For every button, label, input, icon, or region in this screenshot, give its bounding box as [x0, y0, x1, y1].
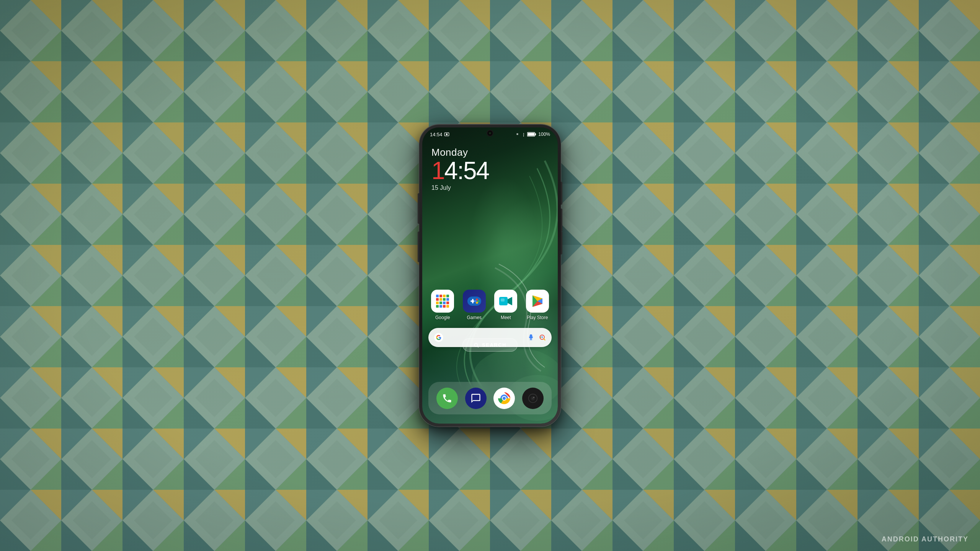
svg-line-51	[477, 346, 479, 347]
time-display-small: 14:54	[430, 132, 443, 137]
svg-rect-38	[472, 299, 474, 303]
date-label: 15 July	[431, 184, 489, 191]
svg-rect-25	[439, 298, 442, 301]
svg-rect-30	[443, 302, 446, 304]
games-app-icon	[463, 290, 486, 313]
meet-app-icon	[494, 290, 517, 313]
search-button-label: SEARCH	[482, 342, 506, 348]
status-time: 14:54	[430, 132, 449, 137]
google-grid-icon	[435, 294, 450, 308]
games-icon-svg	[467, 293, 482, 309]
messages-icon	[470, 393, 481, 404]
svg-rect-28	[436, 302, 439, 304]
svg-point-18	[541, 337, 542, 338]
time-red-digit: 1	[431, 158, 444, 183]
battery-percent: 100%	[538, 132, 550, 137]
svg-point-12	[446, 134, 448, 135]
svg-point-60	[533, 397, 534, 398]
svg-marker-44	[508, 297, 512, 305]
dock-messages[interactable]	[465, 388, 487, 409]
svg-rect-15	[528, 133, 535, 136]
svg-rect-26	[443, 298, 446, 301]
svg-rect-32	[436, 305, 439, 308]
datetime-area: Monday 1 4:54 15 July	[431, 147, 489, 191]
silent-icon	[515, 132, 519, 137]
status-right-icons: 100%	[515, 132, 550, 137]
screen-record-icon	[444, 132, 449, 137]
camera-notch	[487, 130, 493, 136]
meet-app-label: Meet	[501, 315, 511, 320]
google-app-icon	[431, 290, 454, 313]
google-app-label: Google	[435, 315, 450, 320]
svg-rect-23	[446, 295, 449, 297]
dock	[428, 382, 552, 414]
games-app-label: Games	[467, 315, 482, 320]
app-meet[interactable]: Meet	[492, 290, 520, 320]
bluetooth-icon	[521, 132, 525, 137]
battery-icon	[527, 132, 536, 137]
meet-icon-svg	[498, 293, 514, 309]
time-rest-digits: 4:54	[444, 158, 489, 183]
svg-rect-33	[439, 305, 442, 308]
camera-icon	[527, 393, 539, 404]
app-playstore[interactable]: Play Store	[523, 290, 552, 320]
phone-icon	[442, 393, 452, 404]
watermark: ANDROID AUTHORITY	[882, 535, 969, 543]
search-icon	[474, 342, 479, 348]
svg-rect-34	[443, 305, 446, 308]
svg-rect-31	[446, 302, 449, 304]
phone-device: 14:54	[419, 124, 561, 427]
svg-rect-20	[436, 295, 439, 297]
svg-rect-22	[443, 295, 446, 297]
phone-screen: 14:54	[422, 127, 558, 424]
watermark-text: ANDROID AUTHORITY	[882, 535, 969, 543]
playstore-app-label: Play Store	[527, 315, 548, 320]
app-grid: Google	[428, 290, 552, 320]
search-button-wrapper: SEARCH	[422, 338, 558, 352]
phone-body: 14:54	[419, 124, 561, 427]
dock-chrome[interactable]	[493, 388, 515, 409]
search-button[interactable]: SEARCH	[462, 338, 518, 352]
playstore-icon-svg	[529, 293, 546, 309]
svg-point-42	[474, 300, 477, 302]
svg-rect-21	[439, 295, 442, 297]
svg-rect-29	[439, 302, 442, 304]
dock-phone[interactable]	[436, 388, 458, 409]
svg-rect-14	[535, 133, 536, 135]
svg-point-56	[503, 397, 506, 400]
dock-camera[interactable]	[522, 388, 544, 409]
svg-rect-45	[501, 298, 505, 302]
chrome-icon	[497, 391, 511, 405]
app-google[interactable]: Google	[428, 290, 457, 320]
time-display-large: 1 4:54	[431, 158, 489, 183]
svg-point-61	[532, 398, 534, 399]
app-games[interactable]: Games	[460, 290, 489, 320]
playstore-app-icon	[526, 290, 549, 313]
svg-rect-27	[446, 298, 449, 301]
svg-rect-35	[446, 305, 449, 308]
svg-rect-24	[436, 298, 439, 301]
